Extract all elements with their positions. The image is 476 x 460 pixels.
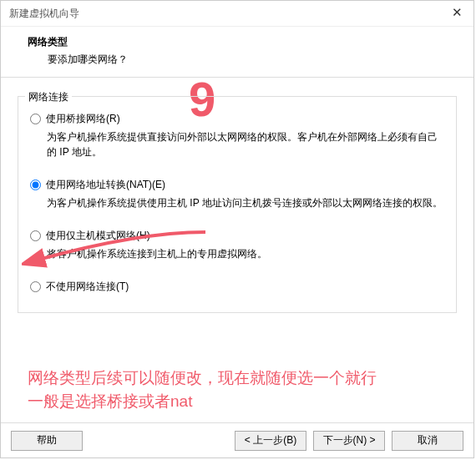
titlebar: 新建虚拟机向导 ✕ (1, 1, 473, 27)
option-bridged-desc: 为客户机操作系统提供直接访问外部以太网网络的权限。客户机在外部网络上必须有自己的… (47, 129, 444, 159)
radio-bridged[interactable] (30, 114, 41, 124)
annotation-line1: 网络类型后续可以随便改，现在就随便选一个就行 (28, 366, 377, 390)
option-nat-label: 使用网络地址转换(NAT)(E) (46, 178, 165, 192)
page-subtitle: 要添加哪类网络？ (28, 53, 457, 67)
fieldset-legend: 网络连接 (25, 90, 72, 104)
option-hostonly-desc: 将客户机操作系统连接到主机上的专用虚拟网络。 (47, 246, 444, 261)
option-hostonly-row[interactable]: 使用仅主机模式网络(H) (30, 229, 444, 243)
option-hostonly: 使用仅主机模式网络(H) 将客户机操作系统连接到主机上的专用虚拟网络。 (30, 229, 444, 261)
option-bridged-row[interactable]: 使用桥接网络(R) (30, 112, 444, 126)
option-nat-row[interactable]: 使用网络地址转换(NAT)(E) (30, 178, 444, 192)
network-fieldset: 网络连接 使用桥接网络(R) 为客户机操作系统提供直接访问外部以太网网络的权限。… (18, 96, 457, 313)
wizard-window: 新建虚拟机向导 ✕ 网络类型 要添加哪类网络？ 9 网络连接 使用桥接网络(R)… (0, 0, 474, 458)
option-hostonly-label: 使用仅主机模式网络(H) (46, 229, 150, 243)
option-bridged-label: 使用桥接网络(R) (46, 112, 120, 126)
option-bridged: 使用桥接网络(R) 为客户机操作系统提供直接访问外部以太网网络的权限。客户机在外… (30, 112, 444, 159)
annotation-text: 网络类型后续可以随便改，现在就随便选一个就行 一般是选择桥接或者nat (28, 366, 377, 412)
cancel-button[interactable]: 取消 (392, 431, 463, 451)
radio-nat[interactable] (30, 179, 41, 190)
window-title: 新建虚拟机向导 (9, 8, 79, 19)
option-nat: 使用网络地址转换(NAT)(E) 为客户机操作系统提供使用主机 IP 地址访问主… (30, 178, 444, 210)
back-button[interactable]: < 上一步(B) (235, 431, 306, 451)
wizard-body: 9 网络连接 使用桥接网络(R) 为客户机操作系统提供直接访问外部以太网网络的权… (1, 78, 473, 321)
button-bar: 帮助 < 上一步(B) 下一步(N) > 取消 (1, 422, 473, 457)
option-none: 不使用网络连接(T) (30, 280, 444, 294)
next-button[interactable]: 下一步(N) > (313, 431, 385, 451)
radio-none[interactable] (30, 281, 41, 292)
close-icon[interactable]: ✕ (440, 1, 473, 26)
option-nat-desc: 为客户机操作系统提供使用主机 IP 地址访问主机拨号连接或外部以太网网络连接的权… (47, 195, 444, 210)
option-none-label: 不使用网络连接(T) (46, 280, 129, 294)
radio-hostonly[interactable] (30, 230, 41, 241)
annotation-line2: 一般是选择桥接或者nat (28, 390, 377, 413)
wizard-header: 网络类型 要添加哪类网络？ (1, 27, 473, 78)
page-title: 网络类型 (28, 35, 457, 49)
option-none-row[interactable]: 不使用网络连接(T) (30, 280, 444, 294)
help-button[interactable]: 帮助 (11, 431, 83, 451)
